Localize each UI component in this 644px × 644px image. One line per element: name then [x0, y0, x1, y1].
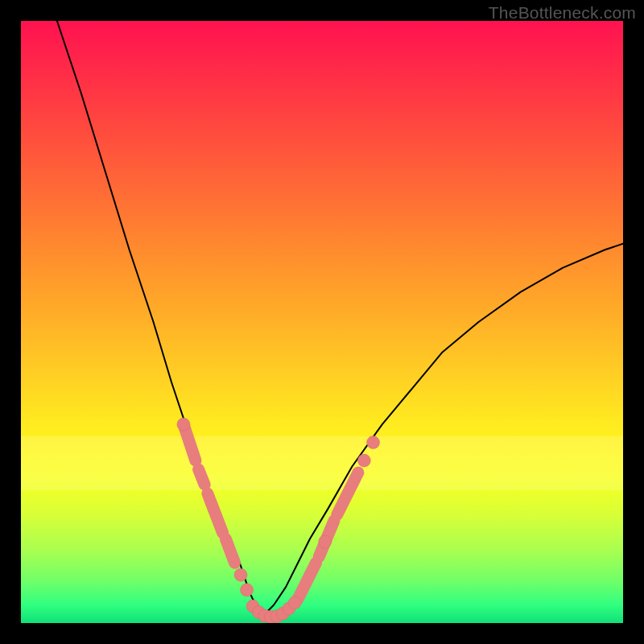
marker-segment [208, 493, 223, 533]
bottleneck-curve-svg [21, 21, 623, 623]
marker-dot [234, 568, 247, 581]
marker-segment [225, 539, 234, 563]
marker-group [177, 418, 380, 623]
plot-area [21, 21, 623, 623]
marker-dot [177, 418, 190, 431]
curve-group [57, 21, 623, 617]
chart-container: TheBottleneck.com [0, 0, 644, 644]
marker-dot [357, 454, 370, 467]
marker-dot [288, 597, 301, 609]
marker-dot [319, 535, 332, 548]
watermark-text: TheBottleneck.com [489, 3, 636, 23]
marker-segment [199, 469, 204, 485]
series-left-branch [57, 21, 262, 617]
marker-segment [298, 563, 316, 599]
marker-dot [241, 584, 254, 597]
marker-dot [367, 436, 380, 449]
marker-segment [337, 473, 358, 514]
